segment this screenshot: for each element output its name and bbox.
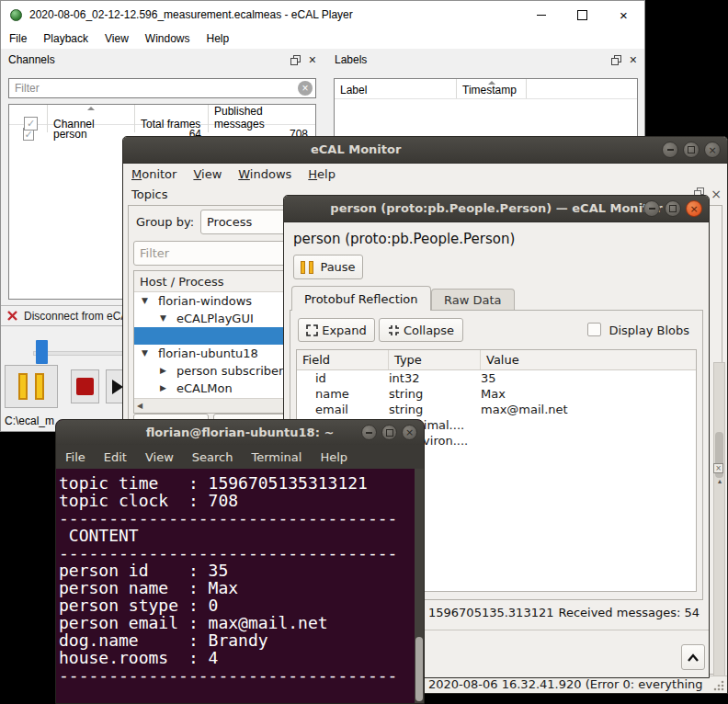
sort-ascending-icon	[87, 107, 95, 110]
labels-header-label[interactable]: Label	[335, 79, 457, 98]
menu-windows[interactable]: Windows	[230, 167, 300, 181]
close-button[interactable]: ×	[402, 425, 417, 440]
column-value[interactable]: Value	[481, 350, 696, 369]
terminal-window: florian@florian-ubuntu18: ~ × File Edit …	[55, 419, 425, 704]
terminal-text: topic time : 1596705135313121 topic cloc…	[59, 474, 397, 684]
minimize-button[interactable]	[361, 425, 377, 440]
table-row[interactable]: email string max@mail.net	[297, 402, 696, 417]
display-blobs-checkbox[interactable]	[587, 323, 601, 336]
expand-log-button[interactable]	[681, 644, 705, 670]
scroll-left-icon[interactable]: ◀	[137, 402, 142, 410]
playback-slider-track[interactable]	[33, 351, 136, 356]
close-dock-icon[interactable]: ×	[711, 187, 722, 200]
tab-raw-data[interactable]: Raw Data	[431, 289, 515, 311]
close-icon: ×	[405, 427, 414, 437]
pause-playback-button[interactable]	[5, 365, 58, 408]
maximize-button[interactable]	[665, 200, 681, 217]
menu-view[interactable]: View	[136, 450, 183, 464]
menu-file[interactable]: File	[1, 32, 35, 45]
menu-terminal[interactable]: Terminal	[242, 450, 311, 464]
group-by-value: Process	[207, 215, 252, 229]
chevron-up-icon	[686, 652, 700, 664]
disconnect-label: Disconnect from eCAL	[24, 310, 134, 323]
close-icon: ×	[620, 8, 628, 22]
labels-panel-header[interactable]: Labels ×	[327, 51, 644, 69]
table-row[interactable]: id int32 35	[297, 370, 696, 386]
collapse-button[interactable]: Collapse	[379, 318, 463, 342]
terminal-titlebar[interactable]: florian@florian-ubuntu18: ~ ×	[56, 420, 424, 446]
close-button[interactable]: ×	[686, 200, 702, 217]
menu-file[interactable]: File	[56, 450, 95, 464]
stop-playback-button[interactable]	[71, 369, 99, 403]
menu-help[interactable]: Help	[300, 167, 344, 181]
table-row[interactable]: name string Max	[297, 386, 696, 402]
minimize-icon	[366, 432, 372, 434]
close-icon: ×	[708, 145, 716, 155]
maximize-button[interactable]	[562, 1, 603, 28]
column-field[interactable]: Field	[297, 350, 389, 369]
channels-header-channel[interactable]: Channel	[48, 105, 135, 132]
tab-protobuf-reflection[interactable]: Protobuf Reflection	[291, 286, 431, 311]
menu-playback[interactable]: Playback	[35, 32, 97, 45]
pause-icon	[301, 261, 305, 274]
close-panel-icon[interactable]: ×	[309, 53, 316, 66]
menu-help[interactable]: Help	[311, 450, 357, 464]
maximize-button[interactable]	[381, 425, 397, 440]
minimize-button[interactable]	[662, 142, 678, 158]
channels-panel-header[interactable]: Channels ×	[1, 51, 324, 69]
maximize-icon	[688, 146, 695, 153]
menu-monitor[interactable]: Monitor	[123, 167, 185, 181]
close-button[interactable]: ×	[603, 1, 644, 28]
menu-view[interactable]: View	[97, 32, 137, 45]
ecal-player-app-icon	[10, 9, 22, 21]
topics-dock-tab[interactable]: Topics	[131, 187, 167, 201]
menu-view[interactable]: View	[185, 167, 230, 181]
maximize-button[interactable]	[683, 142, 700, 158]
menu-help[interactable]: Help	[199, 32, 238, 45]
sort-ascending-icon	[488, 81, 495, 85]
select-all-checkbox[interactable]: ✓	[24, 117, 38, 131]
monitor-window-title: eCAL Monitor	[311, 137, 401, 163]
playback-slider-handle[interactable]	[36, 340, 48, 364]
expand-icon	[306, 324, 318, 336]
terminal-scrollbar[interactable]	[415, 469, 424, 703]
float-panel-icon[interactable]	[290, 55, 301, 65]
monitor-vertical-scrollbar[interactable]	[713, 362, 725, 679]
monitor-titlebar[interactable]: eCAL Monitor ×	[123, 137, 727, 164]
red-x-icon	[6, 310, 18, 322]
close-button[interactable]: ×	[704, 142, 721, 158]
message-timestamp: 1596705135.313121	[428, 606, 553, 619]
clear-filter-icon[interactable]: ×	[298, 81, 313, 96]
channels-header-total-frames[interactable]: Total frames	[135, 105, 209, 132]
player-titlebar[interactable]: 2020-08-06_02-12-12.596_measurement.ecal…	[1, 1, 644, 28]
float-panel-icon[interactable]	[611, 55, 621, 65]
collapse-arrow-icon[interactable]: ▼	[160, 310, 166, 327]
close-panel-icon[interactable]: ×	[630, 53, 637, 66]
menu-windows[interactable]: Windows	[137, 32, 199, 45]
labels-header-timestamp[interactable]: Timestamp	[457, 79, 527, 98]
terminal-output[interactable]: topic time : 1596705135313121 topic cloc…	[56, 469, 424, 703]
expand-button[interactable]: Expand	[298, 318, 375, 342]
minimize-button[interactable]	[643, 200, 660, 217]
minimize-button[interactable]	[520, 1, 562, 28]
resize-grip[interactable]	[712, 679, 725, 691]
menu-search[interactable]: Search	[183, 450, 243, 464]
log-message: 2020-08-06 16.32.41.920 (Error 0: everyt…	[428, 677, 703, 691]
expand-arrow-icon[interactable]: ▶	[160, 362, 166, 380]
maximize-icon	[386, 429, 393, 437]
dock-arrow-icon: ▴	[718, 477, 722, 485]
collapse-arrow-icon[interactable]: ▼	[142, 345, 148, 362]
channels-header-checkbox-cell[interactable]: ✓	[9, 105, 48, 132]
collapse-arrow-icon[interactable]: ▼	[142, 292, 148, 310]
channels-filter-input[interactable]	[8, 78, 316, 98]
menu-edit[interactable]: Edit	[95, 450, 136, 464]
pause-icon	[18, 373, 28, 400]
expand-arrow-icon[interactable]: ▶	[160, 380, 166, 397]
close-dock-icon[interactable]: ×	[713, 463, 723, 473]
detail-titlebar[interactable]: person (proto:pb.People.Person) — eCAL M…	[284, 196, 709, 222]
pause-button[interactable]: Pause	[293, 255, 363, 279]
terminal-menubar: File Edit View Search Terminal Help	[56, 445, 424, 469]
scrollbar-handle[interactable]	[415, 637, 423, 701]
column-type[interactable]: Type	[389, 350, 481, 369]
channels-header-published[interactable]: Published messages	[209, 105, 315, 132]
